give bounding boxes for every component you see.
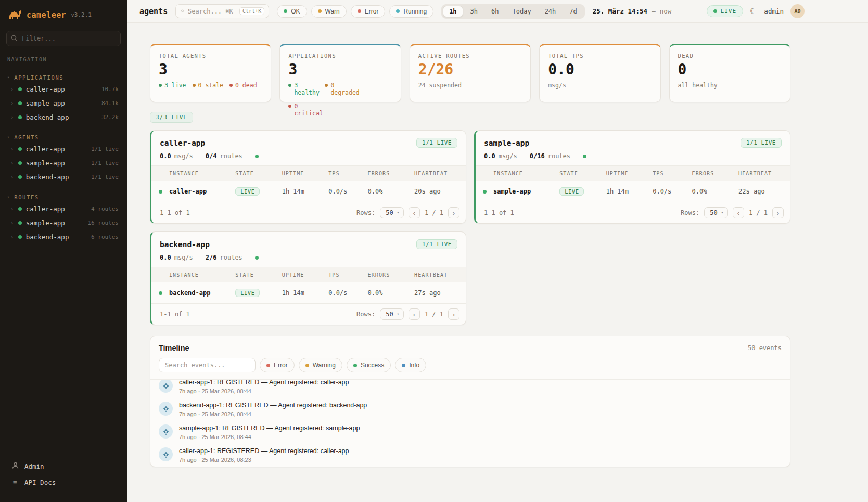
sidebar-item-routes-backend-app[interactable]: › backend-app 6 routes xyxy=(0,230,127,244)
column-header: HEARTBEAT xyxy=(738,171,790,176)
status-filter-chips: OK Warn Error Running xyxy=(277,5,433,18)
section-header-routes[interactable]: ▾ ROUTES xyxy=(0,192,127,202)
column-header: UPTIME xyxy=(282,171,329,176)
timeline-event[interactable]: sample-app-1: REGISTERED — Agent registe… xyxy=(150,421,790,444)
sidebar-item-label: backend-app xyxy=(26,173,69,181)
avatar[interactable]: AD xyxy=(790,4,805,18)
column-header: HEARTBEAT xyxy=(414,272,466,278)
table-row[interactable]: caller-app LIVE 1h 14m 0.0/s 0.0% 20s ag… xyxy=(151,181,466,202)
timeline-chip-success[interactable]: Success xyxy=(347,358,391,372)
sidebar-item-label: caller-app xyxy=(26,205,65,213)
state-badge: LIVE xyxy=(235,187,260,196)
next-page-button[interactable]: › xyxy=(772,207,784,218)
rows-value: 50 xyxy=(386,209,393,216)
stat-label: TOTAL AGENTS xyxy=(159,53,262,59)
caret-down-icon: ▾ xyxy=(7,75,9,80)
sidebar-item-agent-backend-app[interactable]: › backend-app 1/1 live xyxy=(0,170,127,184)
status-dot xyxy=(325,84,328,87)
column-header: INSTANCE xyxy=(169,272,235,278)
column-header: ERRORS xyxy=(692,171,739,176)
prev-page-button[interactable]: ‹ xyxy=(733,207,744,218)
sidebar-item-agent-sample-app[interactable]: › sample-app 1/1 live xyxy=(0,156,127,170)
live-badge: LIVE xyxy=(707,5,744,17)
range-button-6h[interactable]: 6h xyxy=(485,6,505,17)
rows-per-page-select[interactable]: 50▾ xyxy=(380,308,404,320)
table-header: INSTANCE STATE UPTIME TPS ERRORS HEARTBE… xyxy=(476,165,790,181)
timeline-chip-warning[interactable]: Warning xyxy=(299,358,342,372)
rows-per-page-select[interactable]: 50▾ xyxy=(380,207,404,218)
section-header-applications[interactable]: ▾ APPLICATIONS xyxy=(0,73,127,82)
username: admin xyxy=(764,7,784,15)
status-dot xyxy=(18,101,22,105)
range-button-7d[interactable]: 7d xyxy=(563,6,583,17)
sidebar-item-routes-caller-app[interactable]: › caller-app 4 routes xyxy=(0,202,127,216)
timeline-events-list[interactable]: caller-app-1: REGISTERED — Agent registe… xyxy=(150,379,790,467)
prev-page-button[interactable]: ‹ xyxy=(409,308,420,320)
timeline-chip-info[interactable]: Info xyxy=(395,358,426,372)
status-dot xyxy=(288,105,291,108)
filter-chip-ok[interactable]: OK xyxy=(277,5,307,18)
app-stats-line: 0.0msg/s 0/16routes xyxy=(476,152,790,165)
event-time: 7h ago · 25 Mar 2026, 08:44 xyxy=(179,434,360,440)
status-dot xyxy=(353,364,357,367)
chip-label: Warning xyxy=(313,362,336,369)
chevron-right-icon: › xyxy=(10,114,14,121)
column-header: TPS xyxy=(653,171,692,176)
timeline-chip-error[interactable]: Error xyxy=(260,358,295,372)
chevron-right-icon: › xyxy=(10,146,14,152)
range-button-1h[interactable]: 1h xyxy=(443,6,463,17)
stat-card-active-routes: ACTIVE ROUTES 2/26 24 suspended xyxy=(410,44,531,102)
prev-page-button[interactable]: ‹ xyxy=(409,207,420,218)
column-header: STATE xyxy=(235,272,282,278)
status-dot xyxy=(18,221,22,225)
status-dot xyxy=(18,115,22,119)
sidebar-item-agent-caller-app[interactable]: › caller-app 1/1 live xyxy=(0,142,127,156)
status-dot xyxy=(318,9,322,13)
app-card-caller-app: caller-app 1/1 LIVE 0.0msg/s 0/4routes I… xyxy=(150,130,466,224)
range-button-3h[interactable]: 3h xyxy=(464,6,484,17)
datetime-label: 25. März 14:54 xyxy=(593,7,647,15)
sidebar-item-app-sample-app[interactable]: › sample-app 84.1k xyxy=(0,96,127,110)
table-row[interactable]: sample-app LIVE 1h 14m 0.0/s 0.0% 22s ag… xyxy=(476,181,790,202)
status-dot xyxy=(18,175,22,179)
filter-chip-running[interactable]: Running xyxy=(389,5,433,18)
sidebar-item-app-backend-app[interactable]: › backend-app 32.2k xyxy=(0,110,127,124)
section-header-agents[interactable]: ▾ AGENTS xyxy=(0,133,127,142)
column-header: INSTANCE xyxy=(493,171,559,176)
status-dot xyxy=(255,155,259,158)
search-input[interactable] xyxy=(188,8,236,15)
sidebar-item-routes-sample-app[interactable]: › sample-app 16 routes xyxy=(0,216,127,230)
next-page-button[interactable]: › xyxy=(448,207,459,218)
sidebar-item-admin[interactable]: Admin xyxy=(0,458,127,474)
filter-chip-error[interactable]: Error xyxy=(351,5,386,18)
global-search[interactable]: Ctrl+K xyxy=(175,4,269,18)
sidebar-item-app-caller-app[interactable]: › caller-app 10.7k xyxy=(0,82,127,96)
app-stats-line: 0.0msg/s 2/6routes xyxy=(151,254,466,267)
stat-detail: 0 stale xyxy=(198,82,223,89)
next-page-button[interactable]: › xyxy=(448,308,459,320)
theme-toggle-button[interactable]: ☾ xyxy=(750,7,757,16)
filter-chip-warn[interactable]: Warn xyxy=(311,5,347,18)
chevron-right-icon: › xyxy=(10,205,14,212)
status-dot xyxy=(402,364,405,367)
sidebar-filter-input[interactable] xyxy=(6,31,121,46)
section-routes: ▾ ROUTES › caller-app 4 routes › sample-… xyxy=(0,192,127,244)
live-summary-pill: 3/3 LIVE xyxy=(150,112,193,123)
rows-per-page-select[interactable]: 50▾ xyxy=(704,207,728,218)
table-row[interactable]: backend-app LIVE 1h 14m 0.0/s 0.0% 27s a… xyxy=(151,282,466,303)
sidebar-filter xyxy=(6,31,121,46)
app-card-sample-app: sample-app 1/1 LIVE 0.0msg/s 0/16routes … xyxy=(474,130,790,224)
caret-down-icon: ▾ xyxy=(721,211,723,215)
sidebar-item-api-docs[interactable]: ≡ API Docs xyxy=(0,474,127,491)
search-icon xyxy=(11,35,18,42)
range-button-24h[interactable]: 24h xyxy=(539,6,563,17)
timeline-event[interactable]: backend-app-1: REGISTERED — Agent regist… xyxy=(150,398,790,421)
live-badge: 1/1 LIVE xyxy=(741,138,782,148)
timeline-event[interactable]: caller-app-1: REGISTERED — Agent registe… xyxy=(150,379,790,398)
shortcut-hint: Ctrl+K xyxy=(239,7,264,15)
timeline-search-input[interactable] xyxy=(159,358,256,372)
range-button-today[interactable]: Today xyxy=(506,6,538,17)
stat-subtitle: 24 suspended xyxy=(418,82,522,89)
status-dot xyxy=(583,155,586,158)
timeline-event[interactable]: caller-app-1: REGISTERED — Agent registe… xyxy=(150,444,790,467)
